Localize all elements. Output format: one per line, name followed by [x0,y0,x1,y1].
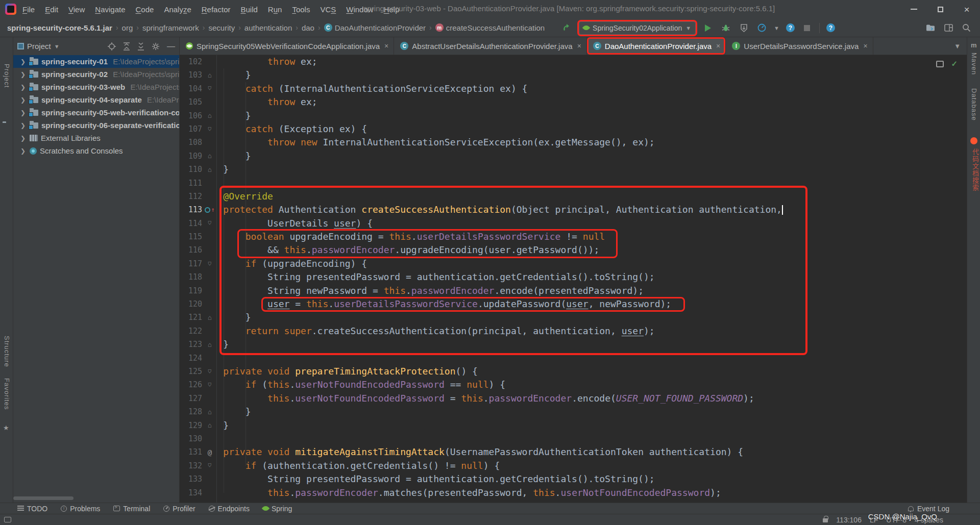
code-line-106[interactable]: 106⌂ } [180,109,967,122]
toolwindow-button-todo[interactable]: TODO [17,505,47,513]
code-line-109[interactable]: 109⌂ } [180,149,967,163]
breadcrumb-item[interactable]: dao [302,23,314,32]
menu-item-file[interactable]: File [22,5,35,14]
code-line-114[interactable]: 114⌂ UserDetails user) { [180,217,967,230]
code-line-116[interactable]: 116 && this.passwordEncoder.upgradeEncod… [180,243,967,257]
sync-icon[interactable] [561,22,572,34]
caret-position[interactable]: 113:106 [836,516,862,524]
profiler-button[interactable] [756,22,767,34]
menu-item-view[interactable]: View [68,5,85,14]
tree-expand-icon[interactable]: ❯ [20,71,27,78]
code-line-127[interactable]: 127 this.userNotFoundEncodedPassword = t… [180,392,967,405]
menu-item-vcs[interactable]: VCS [320,5,336,14]
code-line-104[interactable]: 104⌂ catch (InternalAuthenticationServic… [180,82,967,95]
close-button[interactable]: × [953,0,980,18]
code-line-113[interactable]: 113↑ protected Authentication createSucc… [180,203,967,216]
toolwindow-button-terminal[interactable]: Terminal [113,505,150,513]
code-line-130[interactable]: 130 [180,432,967,445]
tab-close-icon[interactable]: × [863,42,867,50]
code-line-131[interactable]: 131@ private void mitigateAgainstTimingA… [180,445,967,459]
menu-item-edit[interactable]: Edit [45,5,58,14]
tree-row[interactable]: ❯spring-security-06-separate-verificatio… [13,119,179,132]
code-line-107[interactable]: 107⌂ catch (Exception ex) { [180,122,967,136]
code-line-105[interactable]: 105 throw ex; [180,95,967,109]
tree-expand-icon[interactable]: ❯ [20,122,27,129]
code-area[interactable]: 102 throw ex;103⌂ }104⌂ catch (InternalA… [180,55,967,503]
editor-tab[interactable]: SpringSecurity05WebVerificationCodeAppli… [180,37,394,55]
menu-item-refactor[interactable]: Refactor [202,5,231,14]
code-line-117[interactable]: 117⌂ if (upgradeEncoding) { [180,257,967,270]
code-line-129[interactable]: 129⌂ } [180,419,967,432]
code-line-111[interactable]: 111 [180,177,967,190]
maximize-button[interactable] [927,0,953,18]
code-line-124[interactable]: 124 [180,352,967,365]
breadcrumb-item[interactable]: springframework [142,23,199,32]
tree-expand-icon[interactable]: ❯ [20,84,27,91]
lock-icon[interactable] [823,518,828,522]
debug-button[interactable] [720,22,731,34]
project-structure-button[interactable] [925,22,936,34]
project-tree-hscrollbar[interactable] [13,496,74,500]
editor-tab[interactable]: CAbstractUserDetailsAuthenticationProvid… [394,37,587,55]
minimize-button[interactable] [900,0,927,18]
breadcrumb-item[interactable]: security [209,23,235,32]
toolwindow-button-endpoints[interactable]: Endpoints [209,505,250,513]
tool-stripe-maven[interactable]: Maven [970,53,978,75]
menu-item-navigate[interactable]: Navigate [95,5,125,14]
tool-stripe-csdn-plugin[interactable]: 代码文档搜索 [970,148,980,191]
toolwindow-button-spring[interactable]: Spring [263,505,292,513]
editor-tab[interactable]: IUserDetailsPasswordService.java× [726,37,873,55]
code-line-118[interactable]: 118 String presentedPassword = authentic… [180,270,967,284]
tab-close-icon[interactable]: × [716,42,720,50]
locate-file-button[interactable] [108,42,116,51]
toolwindow-toggle-button[interactable] [0,517,11,522]
hidden-tabs-chevron-icon[interactable]: ▼ [948,37,967,55]
indent-setting[interactable]: 4 spaces [915,516,943,524]
menu-item-analyze[interactable]: Analyze [164,5,191,14]
run-configuration-select[interactable]: SpringSecurity02Application ▼ [579,21,696,35]
tree-row[interactable]: ❯spring-security-05-web-verification-cod… [13,106,179,119]
code-line-133[interactable]: 133 String presentedPassword = authentic… [180,472,967,486]
search-icon[interactable] [961,22,972,34]
code-line-121[interactable]: 121⌂ } [180,311,967,324]
tab-close-icon[interactable]: × [384,42,388,50]
search-everywhere-button[interactable]: ? [826,23,835,32]
tool-stripe-project[interactable]: Project [3,64,11,88]
breadcrumb-item[interactable]: CDaoAuthenticationProvider [324,23,426,32]
breadcrumb-item[interactable]: spring-security-core-5.6.1.jar [7,23,112,32]
line-separator[interactable]: LF [870,516,878,524]
breadcrumb-item[interactable]: mcreateSuccessAuthentication [435,23,545,32]
code-line-119[interactable]: 119 String newPassword = this.passwordEn… [180,284,967,297]
code-line-132[interactable]: 132⌂ if (authentication.getCredentials()… [180,459,967,472]
breadcrumb-item[interactable]: org [122,23,133,32]
tool-stripe-database[interactable]: Database [970,88,978,121]
settings-gear-icon[interactable] [152,42,160,51]
stop-button[interactable] [801,22,813,34]
code-line-126[interactable]: 126⌂ if (this.userNotFoundEncodedPasswor… [180,378,967,391]
code-line-120[interactable]: 120 user = this.userDetailsPasswordServi… [180,297,967,311]
code-line-134[interactable]: 134 this.passwordEncoder.matches(present… [180,486,967,499]
code-line-102[interactable]: 102 throw ex; [180,55,967,68]
toolwindow-button-profiler[interactable]: Profiler [163,505,195,513]
menu-item-build[interactable]: Build [240,5,257,14]
coverage-button[interactable] [738,22,749,34]
tree-row[interactable]: ❯spring-security-02 E:\IdeaProjects\spri… [13,68,179,81]
profiler-chevron-icon[interactable]: ▼ [774,25,779,31]
code-line-103[interactable]: 103⌂ } [180,68,967,82]
expand-all-button[interactable] [123,42,130,51]
tab-close-icon[interactable]: × [577,42,581,50]
collapse-all-button[interactable] [137,42,144,51]
tree-row[interactable]: ❯External Libraries [13,132,179,144]
editor-tab[interactable]: CDaoAuthenticationProvider.java× [587,37,726,55]
tree-expand-icon[interactable]: ❯ [20,147,27,155]
layout-button[interactable] [943,22,954,34]
code-line-112[interactable]: 112 @Override [180,190,967,203]
toolwindow-button-problems[interactable]: !Problems [61,505,100,513]
hide-panel-button[interactable]: — [167,42,175,51]
tree-row[interactable]: ❯Scratches and Consoles [13,144,179,157]
tree-row[interactable]: ❯spring-security-01 E:\IdeaProjects\spri… [13,55,179,68]
menu-item-code[interactable]: Code [136,5,154,14]
file-encoding[interactable]: UTF-8 [886,516,906,524]
tool-stripe-favorites[interactable]: Favorites [3,378,11,410]
code-line-122[interactable]: 122 return super.createSuccessAuthentica… [180,324,967,338]
